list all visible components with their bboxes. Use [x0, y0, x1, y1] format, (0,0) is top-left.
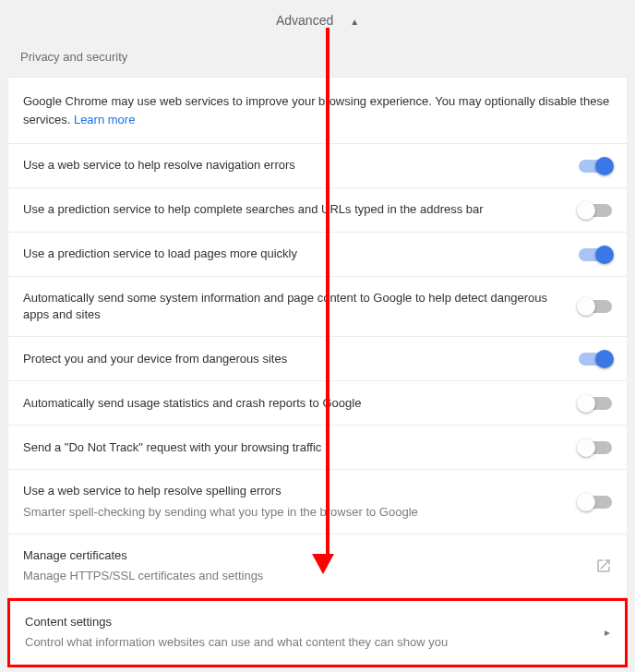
row-title: Automatically send usage statistics and … — [23, 395, 560, 412]
settings-panel: Google Chrome may use web services to im… — [7, 77, 628, 598]
setting-row-content-settings[interactable]: Content settings Control what informatio… — [7, 598, 628, 666]
row-title: Use a prediction service to help complet… — [23, 201, 560, 218]
row-title: Content settings — [25, 614, 586, 630]
toggle-prediction-preload[interactable] — [579, 248, 612, 261]
setting-row-spelling[interactable]: Use a web service to help resolve spelli… — [8, 470, 627, 534]
caret-up-icon: ▲ — [350, 17, 359, 27]
row-title: Use a web service to help resolve naviga… — [23, 157, 560, 174]
row-title: Use a prediction service to load pages m… — [23, 246, 560, 262]
row-title: Automatically send some system informati… — [23, 290, 560, 323]
advanced-label: Advanced — [276, 13, 333, 28]
toggle-usage-stats[interactable] — [579, 397, 612, 410]
setting-row-do-not-track[interactable]: Send a "Do Not Track" request with your … — [8, 426, 627, 470]
setting-row-auto-send-info[interactable]: Automatically send some system informati… — [8, 277, 627, 337]
setting-row-usage-stats[interactable]: Automatically send usage statistics and … — [8, 381, 627, 426]
row-sub: Control what information websites can us… — [25, 634, 586, 651]
section-title: Privacy and security — [0, 44, 635, 77]
open-external-icon — [595, 558, 612, 574]
toggle-navigation-errors[interactable] — [579, 160, 612, 173]
row-title: Send a "Do Not Track" request with your … — [23, 439, 560, 456]
toggle-do-not-track[interactable] — [579, 441, 612, 454]
setting-row-prediction-preload[interactable]: Use a prediction service to load pages m… — [8, 233, 627, 277]
setting-row-safe-browsing[interactable]: Protect you and your device from dangero… — [8, 337, 627, 381]
learn-more-link[interactable]: Learn more — [74, 113, 135, 126]
chevron-right-icon: ▸ — [605, 626, 610, 639]
row-sub: Manage HTTPS/SSL certificates and settin… — [23, 568, 577, 584]
setting-row-prediction-autocomplete[interactable]: Use a prediction service to help complet… — [8, 188, 627, 233]
toggle-auto-send-info[interactable] — [579, 300, 612, 313]
row-title: Manage certificates — [23, 547, 577, 564]
row-title: Use a web service to help resolve spelli… — [23, 483, 560, 499]
intro-row: Google Chrome may use web services to im… — [8, 78, 627, 144]
advanced-toggle[interactable]: Advanced ▲ — [0, 0, 635, 44]
row-sub: Smarter spell-checking by sending what y… — [23, 504, 560, 521]
setting-row-manage-certificates[interactable]: Manage certificates Manage HTTPS/SSL cer… — [8, 534, 627, 598]
toggle-prediction-autocomplete[interactable] — [579, 204, 612, 217]
row-title: Protect you and your device from dangero… — [23, 351, 560, 367]
toggle-safe-browsing[interactable] — [579, 353, 612, 366]
toggle-spelling[interactable] — [579, 496, 612, 509]
setting-row-navigation-errors[interactable]: Use a web service to help resolve naviga… — [8, 144, 627, 188]
